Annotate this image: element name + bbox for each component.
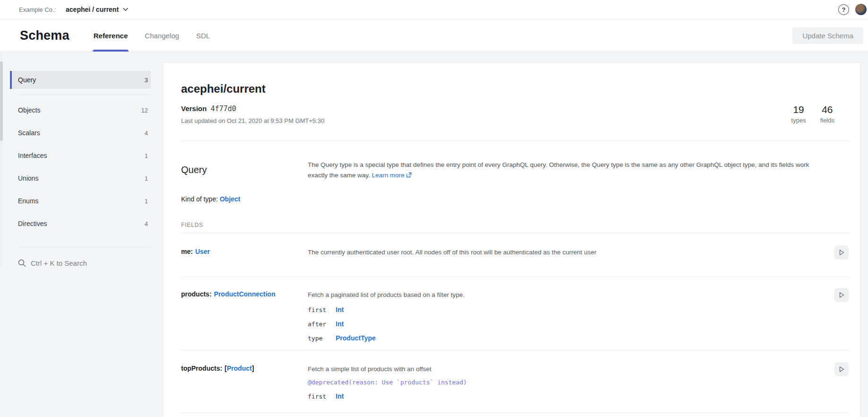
field-name: products: bbox=[181, 290, 212, 298]
play-icon bbox=[838, 291, 845, 299]
argument-name: first bbox=[308, 306, 336, 313]
run-column bbox=[828, 290, 849, 342]
type-section-header: Query The Query type is a special type t… bbox=[181, 160, 849, 181]
type-bracket: ] bbox=[252, 365, 254, 372]
org-label: Example Co.: bbox=[19, 6, 56, 13]
sidebar-scrollbar-thumb[interactable] bbox=[0, 61, 3, 141]
fields-heading: FIELDS bbox=[181, 222, 849, 228]
sidebar-item-label: Query bbox=[18, 76, 36, 84]
sidebar-item-objects[interactable]: Objects 12 bbox=[10, 99, 151, 122]
user-avatar[interactable] bbox=[855, 4, 867, 15]
argument-type-link[interactable]: Int bbox=[336, 392, 344, 400]
run-in-explorer-button[interactable] bbox=[834, 288, 849, 302]
run-column bbox=[828, 248, 849, 260]
tab-changelog[interactable]: Changelog bbox=[136, 19, 188, 52]
tab-label: SDL bbox=[196, 32, 210, 40]
sidebar-item-label: Objects bbox=[18, 106, 40, 114]
help-glyph: ? bbox=[842, 6, 846, 13]
argument-type-link[interactable]: Int bbox=[336, 306, 344, 313]
type-name: Query bbox=[181, 165, 308, 181]
kind-object-link[interactable]: Object bbox=[220, 195, 241, 203]
field-type-link[interactable]: Product bbox=[227, 365, 252, 372]
stat-value: 46 bbox=[820, 104, 834, 115]
field-type-link[interactable]: ProductConnection bbox=[214, 290, 276, 298]
schema-tabs: Reference Changelog SDL bbox=[85, 19, 218, 52]
argument-row: typeProductType bbox=[308, 334, 828, 342]
sidebar-item-count: 1 bbox=[145, 175, 148, 182]
run-in-explorer-button[interactable] bbox=[834, 245, 849, 260]
field-name: topProducts: bbox=[181, 365, 222, 372]
schema-stats: 19 types 46 fields bbox=[791, 104, 834, 124]
version-label: Version bbox=[181, 104, 207, 113]
sidebar-item-count: 12 bbox=[141, 107, 148, 114]
kind-of-type-row: Kind of type: Object bbox=[181, 195, 849, 203]
schema-header: Schema Reference Changelog SDL Update Sc… bbox=[0, 19, 868, 52]
field-signature: products:ProductConnection bbox=[181, 290, 308, 342]
argument-row: afterInt bbox=[308, 320, 828, 328]
stat-fields: 46 fields bbox=[820, 104, 834, 124]
field-row-products: products:ProductConnection Fetch a pagin… bbox=[181, 277, 849, 350]
sidebar-scrollbar[interactable] bbox=[0, 53, 3, 267]
section-divider bbox=[181, 140, 849, 141]
graph-summary: acephei/current Version 4f77d0 Last upda… bbox=[181, 82, 849, 124]
type-description: The Query type is a special type that de… bbox=[308, 160, 828, 181]
external-link-icon bbox=[406, 171, 412, 181]
sidebar-item-count: 4 bbox=[145, 130, 148, 137]
stat-value: 19 bbox=[791, 104, 806, 115]
sidebar-divider bbox=[18, 247, 151, 247]
field-detail: Fetch a simple list of products with an … bbox=[308, 365, 828, 400]
sidebar-item-label: Scalars bbox=[18, 129, 40, 137]
argument-type-link[interactable]: ProductType bbox=[336, 334, 376, 342]
version-line: Version 4f77d0 bbox=[181, 104, 849, 113]
graph-selector-dropdown[interactable]: acephei / current bbox=[66, 6, 128, 13]
stat-types: 19 types bbox=[791, 104, 806, 124]
sidebar-item-label: Directives bbox=[18, 220, 47, 227]
field-type-link[interactable]: User bbox=[195, 248, 210, 255]
sidebar-item-unions[interactable]: Unions 1 bbox=[10, 167, 151, 190]
field-row-me: me:User The currently authenticated user… bbox=[181, 233, 849, 277]
play-icon bbox=[838, 249, 845, 256]
update-schema-button[interactable]: Update Schema bbox=[792, 27, 863, 44]
tab-label: Changelog bbox=[145, 32, 179, 40]
stat-label: fields bbox=[820, 117, 834, 124]
argument-type-link[interactable]: Int bbox=[336, 320, 344, 328]
learn-more-link[interactable]: Learn more bbox=[372, 172, 405, 179]
argument-name: type bbox=[308, 335, 336, 342]
sidebar-item-count: 1 bbox=[145, 152, 148, 159]
help-icon[interactable]: ? bbox=[838, 4, 849, 15]
argument-row: firstInt bbox=[308, 392, 828, 400]
last-updated: Last updated on Oct 21, 2020 at 9:53 PM … bbox=[181, 117, 849, 124]
sidebar-item-label: Interfaces bbox=[18, 152, 47, 159]
sidebar-group: Objects 12 Scalars 4 Interfaces 1 Unions… bbox=[10, 95, 151, 235]
tab-sdl[interactable]: SDL bbox=[188, 19, 218, 52]
version-hash: 4f77d0 bbox=[210, 104, 236, 113]
sidebar-item-directives[interactable]: Directives 4 bbox=[10, 212, 151, 235]
field-row-topproducts: topProducts:[Product] Fetch a simple lis… bbox=[181, 350, 849, 413]
tab-label: Reference bbox=[94, 32, 128, 40]
sidebar-item-label: Enums bbox=[18, 197, 39, 205]
sidebar-item-count: 3 bbox=[145, 77, 148, 84]
field-description: Fetch a simple list of products with an … bbox=[308, 365, 828, 374]
stat-label: types bbox=[791, 117, 806, 124]
argument-row: firstInt bbox=[308, 306, 828, 313]
play-icon bbox=[838, 365, 845, 373]
type-nav-sidebar: Query 3 Objects 12 Scalars 4 Interfaces … bbox=[10, 71, 151, 270]
sidebar-item-label: Unions bbox=[18, 174, 39, 182]
field-detail: The currently authenticated user root. A… bbox=[308, 248, 828, 260]
run-in-explorer-button[interactable] bbox=[834, 362, 849, 376]
field-name: me: bbox=[181, 248, 193, 255]
field-description: Fetch a paginated list of products based… bbox=[308, 290, 828, 299]
deprecated-annotation: @deprecated(reason: Use `products` inste… bbox=[308, 379, 828, 386]
top-bar: Example Co.: acephei / current ? bbox=[0, 0, 868, 19]
page-body: Query 3 Objects 12 Scalars 4 Interfaces … bbox=[0, 52, 868, 417]
sidebar-item-query[interactable]: Query 3 bbox=[10, 71, 151, 89]
sidebar-item-enums[interactable]: Enums 1 bbox=[10, 190, 151, 212]
sidebar-item-scalars[interactable]: Scalars 4 bbox=[10, 122, 151, 144]
tab-reference[interactable]: Reference bbox=[85, 19, 137, 52]
schema-search-trigger[interactable]: Ctrl + K to Search bbox=[10, 256, 151, 270]
kind-label: Kind of type: bbox=[181, 195, 220, 203]
field-signature: topProducts:[Product] bbox=[181, 365, 308, 400]
argument-name: after bbox=[308, 321, 336, 328]
sidebar-item-interfaces[interactable]: Interfaces 1 bbox=[10, 144, 151, 167]
app-window: Example Co.: acephei / current ? Schema … bbox=[0, 0, 868, 417]
